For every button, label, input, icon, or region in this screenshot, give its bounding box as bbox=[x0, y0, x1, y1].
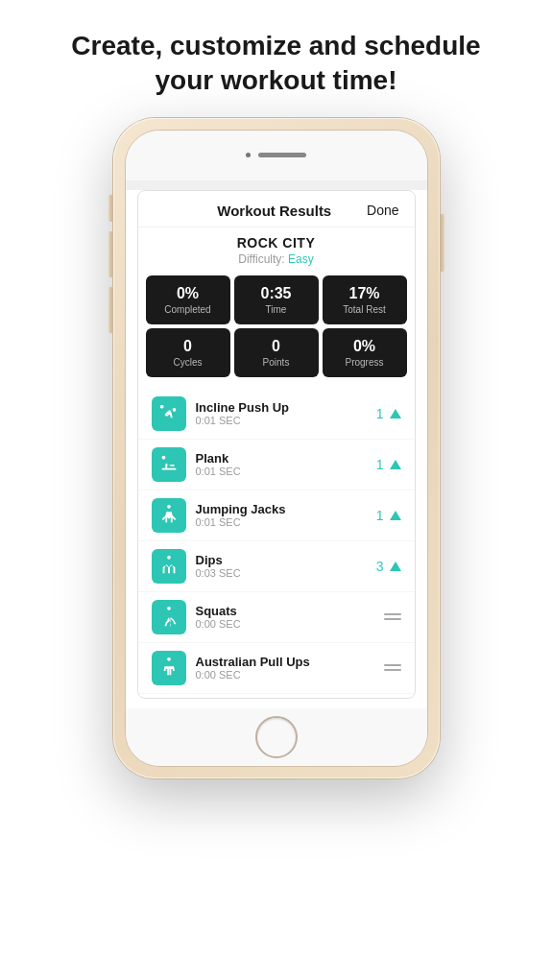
phone-screen: Workout Results Done ROCK CITY Difficult… bbox=[126, 190, 427, 708]
stat-cycles: 0 Cycles bbox=[146, 328, 230, 377]
stat-completed: 0% Completed bbox=[146, 275, 230, 324]
exercise-count: 1 bbox=[376, 406, 384, 421]
phone-top-bar bbox=[126, 131, 427, 180]
exercise-count: 1 bbox=[376, 457, 384, 472]
list-item[interactable]: Plank 0:01 SEC 1 bbox=[138, 440, 415, 490]
exercise-right-australian-pullups bbox=[363, 664, 401, 671]
exercise-icon-jumping-jacks bbox=[152, 498, 186, 533]
stat-totalrest: 17% Total Rest bbox=[323, 275, 407, 324]
done-button[interactable]: Done bbox=[367, 203, 398, 218]
stat-points-label: Points bbox=[240, 357, 313, 368]
stat-progress-value: 0% bbox=[328, 338, 401, 355]
header-text: Create, customize and schedule your work… bbox=[33, 0, 518, 118]
exercise-info-dips: Dips 0:03 SEC bbox=[196, 553, 353, 579]
phone-inner: Workout Results Done ROCK CITY Difficult… bbox=[125, 130, 428, 767]
arrow-up-icon bbox=[390, 511, 401, 520]
exercise-time: 0:00 SEC bbox=[196, 618, 353, 630]
exercise-icon-squats bbox=[152, 600, 186, 634]
stats-grid: 0% Completed 0:35 Time 17% Total Rest 0 … bbox=[138, 275, 415, 385]
reorder-icon bbox=[384, 613, 401, 620]
exercise-time: 0:00 SEC bbox=[196, 669, 353, 681]
stat-time-label: Time bbox=[240, 304, 313, 315]
exercise-name: Squats bbox=[196, 604, 353, 618]
stat-totalrest-label: Total Rest bbox=[328, 304, 401, 315]
exercise-right-incline-pushup: 1 bbox=[363, 406, 401, 421]
exercise-icon-incline-pushup bbox=[152, 396, 186, 431]
list-item[interactable]: Squats 0:00 SEC bbox=[138, 592, 415, 643]
exercise-right-dips: 3 bbox=[363, 559, 401, 574]
arrow-up-icon bbox=[390, 460, 401, 469]
exercise-info-squats: Squats 0:00 SEC bbox=[196, 604, 353, 630]
exercise-info-plank: Plank 0:01 SEC bbox=[196, 451, 353, 477]
list-item[interactable]: Jumping Jacks 0:01 SEC 1 bbox=[138, 490, 415, 541]
stat-progress: 0% Progress bbox=[323, 328, 407, 377]
exercise-list: Incline Push Up 0:01 SEC 1 bbox=[138, 385, 415, 698]
stat-points-value: 0 bbox=[240, 338, 313, 355]
stat-completed-value: 0% bbox=[152, 285, 225, 302]
power-button bbox=[441, 214, 444, 272]
volume-up-button bbox=[108, 231, 112, 277]
exercise-name: Dips bbox=[196, 553, 353, 567]
stat-time-value: 0:35 bbox=[240, 285, 313, 302]
volume-down-button bbox=[108, 287, 112, 333]
exercise-count: 3 bbox=[376, 559, 384, 574]
stat-cycles-label: Cycles bbox=[152, 357, 225, 368]
stat-points: 0 Points bbox=[234, 328, 319, 377]
arrow-up-icon bbox=[390, 562, 401, 571]
list-item[interactable]: Dips 0:03 SEC 3 bbox=[138, 541, 415, 592]
stat-cycles-value: 0 bbox=[152, 338, 225, 355]
phone-speaker bbox=[258, 153, 306, 157]
arrow-up-icon bbox=[390, 409, 401, 418]
difficulty-row: Difficulty: Easy bbox=[138, 252, 415, 275]
card-header: Workout Results Done bbox=[138, 191, 415, 227]
exercise-icon-plank bbox=[152, 447, 186, 482]
header-line1: Create, customize and schedule bbox=[71, 31, 480, 60]
exercise-right-plank: 1 bbox=[363, 457, 401, 472]
workout-card: Workout Results Done ROCK CITY Difficult… bbox=[137, 190, 416, 699]
reorder-icon bbox=[384, 664, 401, 671]
stat-completed-label: Completed bbox=[152, 304, 225, 315]
exercise-icon-dips bbox=[152, 549, 186, 584]
front-camera-icon bbox=[246, 153, 251, 157]
exercise-name: Australian Pull Ups bbox=[196, 655, 353, 669]
exercise-time: 0:01 SEC bbox=[196, 466, 353, 477]
exercise-info-incline-pushup: Incline Push Up 0:01 SEC bbox=[196, 400, 353, 426]
exercise-time: 0:01 SEC bbox=[196, 516, 353, 528]
exercise-time: 0:01 SEC bbox=[196, 415, 353, 426]
exercise-count: 1 bbox=[376, 508, 384, 523]
list-item[interactable]: Australian Pull Ups 0:00 SEC bbox=[138, 643, 415, 694]
stat-progress-label: Progress bbox=[328, 357, 401, 368]
exercise-right-squats bbox=[363, 613, 401, 620]
list-item[interactable]: Incline Push Up 0:01 SEC 1 bbox=[138, 389, 415, 440]
exercise-info-jumping-jacks: Jumping Jacks 0:01 SEC bbox=[196, 502, 353, 528]
phone-shell: Workout Results Done ROCK CITY Difficult… bbox=[113, 118, 440, 778]
difficulty-value: Easy bbox=[288, 252, 314, 266]
card-title: Workout Results bbox=[182, 203, 368, 219]
header-line2: your workout time! bbox=[155, 65, 396, 95]
exercise-icon-australian-pullups bbox=[152, 651, 186, 685]
home-button[interactable] bbox=[255, 716, 298, 758]
exercise-info-australian-pullups: Australian Pull Ups 0:00 SEC bbox=[196, 655, 353, 681]
stat-totalrest-value: 17% bbox=[328, 285, 401, 302]
phone-bottom-bar bbox=[126, 708, 427, 766]
difficulty-label: Difficulty: bbox=[238, 252, 284, 266]
exercise-name: Incline Push Up bbox=[196, 400, 353, 415]
stat-time: 0:35 Time bbox=[234, 275, 319, 324]
exercise-name: Plank bbox=[196, 451, 353, 466]
mute-button bbox=[108, 195, 112, 222]
exercise-name: Jumping Jacks bbox=[196, 502, 353, 516]
workout-name: ROCK CITY bbox=[138, 227, 415, 252]
exercise-time: 0:03 SEC bbox=[196, 567, 353, 579]
exercise-right-jumping-jacks: 1 bbox=[363, 508, 401, 523]
